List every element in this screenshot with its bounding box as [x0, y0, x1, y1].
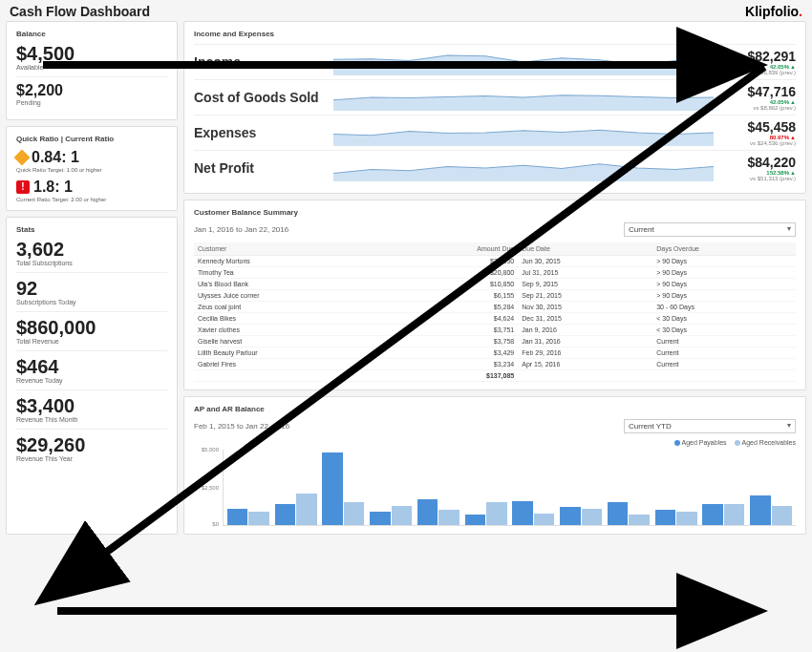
table-row[interactable]: Ula's Blood Bank$10,850Sep 9, 2015> 90 D… [194, 279, 796, 290]
ratios-title: Quick Ratio | Current Ratio [16, 135, 167, 143]
table-row[interactable]: Ulysses Juice corner$6,155Sep 21, 2015> … [194, 290, 796, 302]
dashboard-container: Balance $4,500 Available $2,200 Pending … [0, 21, 812, 535]
svg-marker-3 [333, 164, 714, 181]
bar-payables [465, 515, 485, 525]
table-row[interactable]: Cecilia Bikes$4,624Dec 31, 2015< 30 Days [194, 313, 796, 325]
dot-receivables-icon [735, 440, 740, 446]
income-right: $47,71642.05%vs $8,862 (prev.) [719, 84, 796, 111]
bar-payables [560, 507, 580, 525]
stat-item: $860,000Total Revenue [16, 318, 167, 345]
bar-group [748, 450, 794, 525]
income-row: Net Profit$84,220152.58%vs $51,313 (prev… [194, 150, 796, 185]
logo: Klipfolio. [745, 4, 802, 19]
cb-select[interactable]: Current [624, 222, 796, 237]
customer-table: Customer Amount Due Due Date Days Overdu… [194, 242, 796, 382]
sparkline-chart [333, 119, 714, 146]
bar-receivables [438, 510, 459, 525]
col-customer[interactable]: Customer [194, 242, 391, 256]
col-overdue[interactable]: Days Overdue [652, 242, 796, 256]
current-ratio-row: ! 1.8: 1 [16, 179, 167, 196]
diamond-icon [14, 150, 31, 166]
right-column: Income and Expenses Income$82,29142.05%v… [183, 21, 806, 535]
bar-group [701, 450, 747, 525]
income-row: Expenses$45,45880.97%vs $24,536 (prev.) [194, 115, 796, 150]
income-expenses-card: Income and Expenses Income$82,29142.05%v… [183, 21, 806, 194]
bar-payables [227, 509, 247, 525]
income-value: $47,716 [719, 84, 796, 99]
table-row[interactable]: Kennedy Mortons$71,050Jun 30, 2015> 90 D… [194, 256, 796, 267]
income-right: $82,29142.05%vs $56,839 (prev.) [719, 49, 796, 75]
ratios-card: Quick Ratio | Current Ratio 0.84: 1 Quic… [6, 126, 178, 211]
bar-group [653, 450, 699, 525]
balance-available-value: $4,500 [16, 44, 167, 63]
bar-group [463, 450, 509, 525]
quick-ratio-value: 0.84: 1 [32, 149, 79, 166]
income-value: $82,291 [719, 49, 796, 64]
bar-receivables [392, 506, 412, 526]
current-ratio-sub: Current Ratio Target: 2.00 or higher [16, 197, 167, 202]
bar-group [225, 450, 271, 525]
bar-receivables [486, 502, 506, 525]
bar-payables [655, 510, 675, 525]
table-row[interactable]: Giselle harvest$3,758Jan 31, 2016Current [194, 336, 796, 347]
stat-value: 92 [16, 279, 167, 298]
income-prev: vs $56,839 (prev.) [719, 70, 796, 75]
table-row[interactable]: Xavier clothes$3,751Jan 9, 2016< 30 Days [194, 325, 796, 336]
balance-pending-value: $2,200 [16, 83, 167, 98]
balance-available-label: Available [16, 64, 167, 71]
sparkline-chart [333, 84, 714, 111]
bar-receivables [534, 514, 554, 526]
ap-ar-date-range: Feb 1, 2015 to Jan 22, 2016 [194, 422, 289, 431]
balance-card: Balance $4,500 Available $2,200 Pending [6, 21, 178, 120]
balance-title: Balance [16, 30, 167, 38]
bar-receivables [724, 504, 744, 525]
bar-receivables [248, 512, 268, 525]
bar-payables [750, 495, 770, 526]
alert-icon: ! [16, 180, 30, 194]
current-ratio-value: 1.8: 1 [33, 179, 73, 196]
stat-label: Subscriptions Today [16, 299, 167, 305]
stat-item: $29,260Revenue This Year [16, 435, 167, 462]
income-prev: vs $51,313 (prev.) [719, 176, 796, 181]
bar-payables [417, 499, 438, 525]
customer-balance-card: Customer Balance Summary Jan 1, 2016 to … [183, 200, 806, 390]
col-amount[interactable]: Amount Due [391, 242, 518, 256]
bar-payables [702, 504, 722, 525]
stat-label: Total Revenue [16, 338, 167, 345]
stat-item: 92Subscriptions Today [16, 279, 167, 305]
cb-date-range: Jan 1, 2016 to Jan 22, 2016 [194, 225, 288, 234]
table-row[interactable]: Zeus coal joint$5,284Nov 30, 201530 - 60… [194, 302, 796, 313]
quick-ratio-row: 0.84: 1 [16, 149, 167, 166]
bar-group [273, 450, 319, 525]
bar-receivables [344, 502, 364, 525]
stat-value: $29,260 [16, 435, 167, 454]
table-row[interactable]: Timothy Tea$20,800Jul 31, 2015> 90 Days [194, 267, 796, 279]
sparkline-chart [333, 49, 714, 75]
ap-ar-legend: Aged Payables Aged Receivables [194, 439, 796, 446]
ap-ar-card: AP and AR Balance Feb 1, 2015 to Jan 22,… [183, 396, 806, 535]
income-right: $84,220152.58%vs $51,313 (prev.) [719, 155, 796, 181]
stat-value: $3,400 [16, 396, 167, 415]
table-row[interactable]: Lilith Beauty Parlour$3,429Feb 29, 2016C… [194, 347, 796, 359]
stats-card: Stats 3,602Total Subscriptions92Subscrip… [6, 217, 178, 535]
header: Cash Flow Dashboard Klipfolio. [0, 0, 812, 21]
bar-payables [512, 501, 532, 525]
bar-receivables [296, 494, 316, 525]
stats-title: Stats [16, 225, 167, 234]
bar-group [558, 450, 604, 525]
income-label: Net Profit [194, 160, 328, 176]
income-prev: vs $24,536 (prev.) [719, 140, 796, 146]
col-due[interactable]: Due Date [518, 242, 652, 256]
income-row: Cost of Goods Sold$47,71642.05%vs $8,862… [194, 79, 796, 115]
cb-title: Customer Balance Summary [194, 208, 796, 217]
stat-label: Revenue Today [16, 377, 167, 384]
svg-marker-2 [333, 130, 714, 146]
bar-payables [322, 452, 342, 525]
stat-value: $464 [16, 357, 167, 376]
dot-payables-icon [674, 440, 680, 446]
stat-item: 3,602Total Subscriptions [16, 240, 167, 266]
bar-receivables [582, 509, 602, 525]
ap-ar-select[interactable]: Current YTD [624, 419, 796, 433]
table-row[interactable]: Gabriel Fires$3,234Apr 15, 2016Current [194, 359, 796, 370]
stat-value: $860,000 [16, 318, 167, 337]
